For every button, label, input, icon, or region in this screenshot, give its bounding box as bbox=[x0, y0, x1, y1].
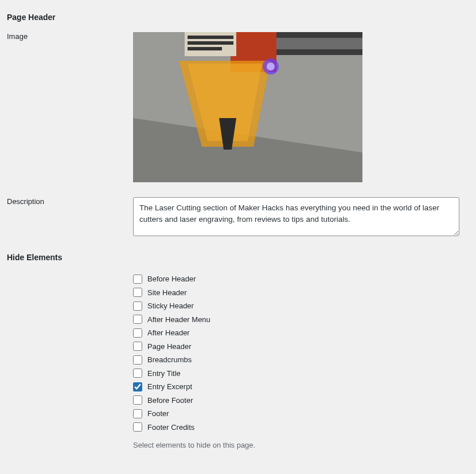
hide-after_header-checkbox[interactable] bbox=[133, 328, 142, 338]
hide-entry_title-row: Entry Title bbox=[133, 367, 469, 381]
description-label: Description bbox=[7, 197, 133, 206]
hide-page_header-label[interactable]: Page Header bbox=[147, 342, 192, 351]
hide-after_header-row: After Header bbox=[133, 326, 469, 340]
hide-footer-row: Footer bbox=[133, 407, 469, 421]
hide-elements-help: Select elements to hide on this page. bbox=[133, 441, 469, 449]
svg-rect-6 bbox=[188, 36, 233, 39]
hide-breadcrumbs-label[interactable]: Breadcrumbs bbox=[147, 355, 192, 364]
hide-breadcrumbs-row: Breadcrumbs bbox=[133, 353, 469, 367]
hide-page_header-row: Page Header bbox=[133, 340, 469, 354]
hide-before_footer-checkbox[interactable] bbox=[133, 395, 142, 405]
hide-entry_excerpt-row: Entry Excerpt bbox=[133, 380, 469, 394]
hide-entry_title-checkbox[interactable] bbox=[133, 369, 142, 378]
hide-site_header-row: Site Header bbox=[133, 286, 469, 300]
hide-entry_excerpt-label[interactable]: Entry Excerpt bbox=[147, 382, 192, 391]
svg-rect-7 bbox=[188, 41, 233, 45]
hide-elements-heading: Hide Elements bbox=[7, 253, 469, 262]
hide-sticky_header-checkbox[interactable] bbox=[133, 301, 142, 311]
hide-site_header-checkbox[interactable] bbox=[133, 288, 142, 297]
hide-before_footer-label[interactable]: Before Footer bbox=[147, 396, 193, 405]
hide-footer-label[interactable]: Footer bbox=[147, 409, 169, 418]
hide-entry_title-label[interactable]: Entry Title bbox=[147, 369, 181, 378]
hide-after_header-label[interactable]: After Header bbox=[147, 328, 190, 337]
hide-sticky_header-label[interactable]: Sticky Header bbox=[147, 301, 194, 310]
hide-before_footer-row: Before Footer bbox=[133, 394, 469, 408]
hide-entry_excerpt-checkbox[interactable] bbox=[133, 382, 142, 391]
hide-footer_credits-label[interactable]: Footer Credits bbox=[147, 423, 194, 432]
hide-after_header_menu-label[interactable]: After Header Menu bbox=[147, 315, 210, 324]
hide-sticky_header-row: Sticky Header bbox=[133, 299, 469, 313]
hide-footer_credits-checkbox[interactable] bbox=[133, 422, 142, 432]
hide-before_header-checkbox[interactable] bbox=[133, 275, 142, 284]
description-textarea[interactable] bbox=[133, 197, 459, 236]
hide-footer-checkbox[interactable] bbox=[133, 409, 142, 418]
hide-before_header-label[interactable]: Before Header bbox=[147, 275, 196, 283]
hide-elements-row: Before HeaderSite HeaderSticky HeaderAft… bbox=[7, 272, 469, 449]
hide-site_header-label[interactable]: Site Header bbox=[147, 288, 187, 297]
image-label: Image bbox=[7, 32, 133, 41]
header-image-preview[interactable] bbox=[133, 32, 362, 182]
hide-breadcrumbs-checkbox[interactable] bbox=[133, 355, 142, 365]
hide-page_header-checkbox[interactable] bbox=[133, 342, 142, 351]
image-row: Image bbox=[7, 32, 469, 182]
hide-after_header_menu-checkbox[interactable] bbox=[133, 315, 142, 324]
page-header-heading: Page Header bbox=[7, 13, 469, 22]
hide-before_header-row: Before Header bbox=[133, 272, 469, 286]
description-row: Description bbox=[7, 197, 469, 238]
svg-rect-8 bbox=[188, 47, 222, 50]
hide-after_header_menu-row: After Header Menu bbox=[133, 313, 469, 327]
hide-footer_credits-row: Footer Credits bbox=[133, 421, 469, 434]
svg-point-13 bbox=[267, 62, 275, 70]
